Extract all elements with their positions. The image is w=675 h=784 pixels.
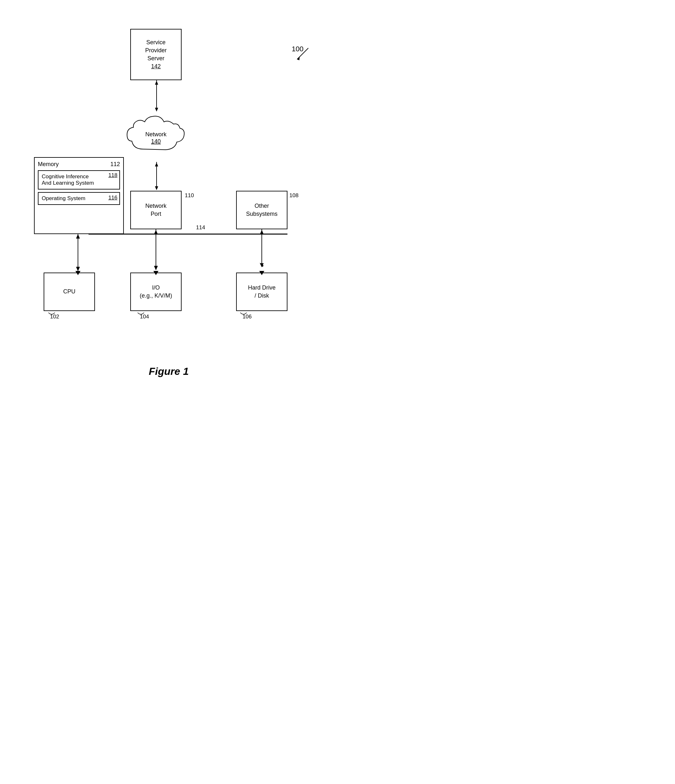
cpu-label: CPU xyxy=(63,288,75,296)
cials-box: 118 Cognitive InferenceAnd Learning Syst… xyxy=(38,170,120,190)
arrow-subsystems-bus xyxy=(258,229,266,268)
service-provider-box: ServiceProviderServer 142 xyxy=(130,29,182,80)
svg-text:Network: Network xyxy=(145,131,167,138)
hard-drive-label: Hard Drive/ Disk xyxy=(248,284,276,300)
svg-marker-16 xyxy=(154,266,158,270)
network-port-ref: 110 xyxy=(185,192,194,199)
cpu-box: CPU xyxy=(44,272,95,311)
svg-marker-15 xyxy=(154,230,158,234)
svg-marker-12 xyxy=(76,234,80,238)
io-ref-curve xyxy=(136,311,146,317)
svg-text:140: 140 xyxy=(151,138,161,145)
arrow-server-network xyxy=(153,80,160,112)
memory-label: Memory xyxy=(38,161,59,168)
svg-marker-9 xyxy=(155,186,158,190)
arrow-bus-io xyxy=(152,270,160,275)
system-bus xyxy=(34,229,294,239)
svg-marker-22 xyxy=(153,271,159,275)
arrow-memory-bus xyxy=(74,233,82,272)
figure-label: Figure 1 xyxy=(149,366,189,377)
svg-marker-20 xyxy=(260,263,264,267)
cpu-ref-curve xyxy=(47,311,56,317)
os-box: Operating System 116 xyxy=(38,192,120,205)
svg-marker-23 xyxy=(259,271,264,275)
svg-marker-18 xyxy=(260,230,264,234)
network-cloud: Network 140 xyxy=(124,110,188,162)
cials-label: Cognitive InferenceAnd Learning System xyxy=(42,173,94,186)
cials-ref: 118 xyxy=(108,172,117,179)
os-ref: 116 xyxy=(108,194,117,201)
other-subsystems-box: OtherSubsystems xyxy=(236,191,287,229)
diagram: 100 ServiceProviderServer 142 Network 14… xyxy=(24,19,313,356)
svg-marker-3 xyxy=(155,81,158,85)
svg-line-0 xyxy=(297,48,308,59)
svg-marker-21 xyxy=(75,271,81,275)
other-subsystems-ref: 108 xyxy=(289,192,298,199)
io-box: I/O(e.g., K/V/M) xyxy=(130,272,182,311)
arrow-networkport-bus xyxy=(152,229,160,271)
hard-drive-ref-curve xyxy=(239,311,248,317)
memory-box: Memory 112 118 Cognitive InferenceAnd Le… xyxy=(34,157,124,234)
network-port-label: NetworkPort xyxy=(145,202,167,218)
arrow-network-port xyxy=(153,162,160,191)
bus-ref: 114 xyxy=(196,224,205,231)
service-provider-label: ServiceProviderServer xyxy=(145,39,167,63)
service-provider-ref: 142 xyxy=(151,62,161,70)
os-label: Operating System xyxy=(42,195,85,201)
hard-drive-box: Hard Drive/ Disk xyxy=(236,272,287,311)
network-port-box: NetworkPort xyxy=(130,191,182,229)
io-label: I/O(e.g., K/V/M) xyxy=(140,284,172,300)
svg-marker-8 xyxy=(155,163,158,166)
ref-100-arrow xyxy=(287,39,313,64)
other-subsystems-label: OtherSubsystems xyxy=(246,202,277,218)
memory-ref: 112 xyxy=(111,161,120,168)
arrow-bus-harddrive xyxy=(258,270,266,275)
arrow-bus-cpu xyxy=(74,270,82,275)
